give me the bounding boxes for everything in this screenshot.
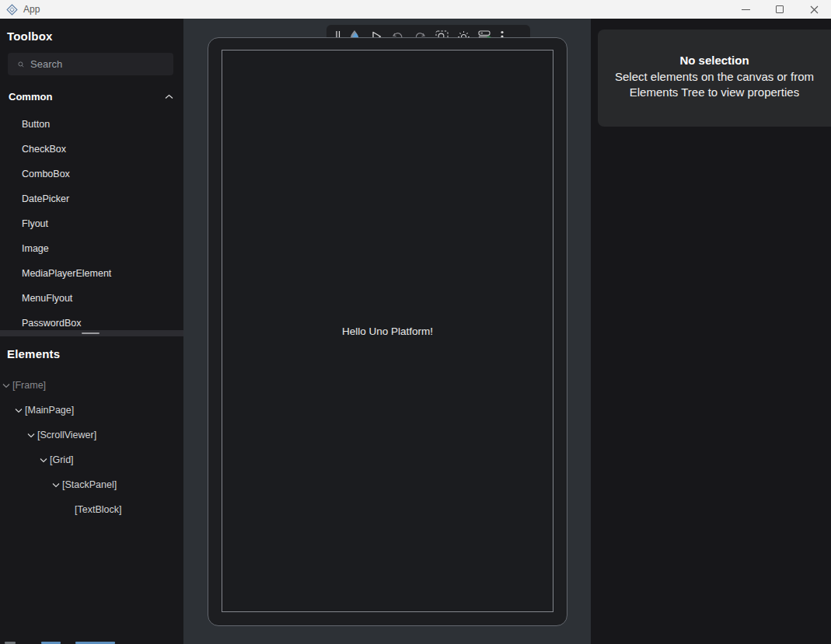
chevron-down-icon[interactable]: [37, 458, 50, 463]
toolbox-item-flyout[interactable]: Flyout: [0, 211, 183, 236]
search-input[interactable]: [24, 58, 173, 70]
device-screen[interactable]: Hello Uno Platform!: [222, 50, 553, 612]
toolbox-search: [8, 53, 173, 75]
tree-node-mainpage[interactable]: [MainPage]: [0, 398, 183, 423]
design-canvas[interactable]: Hello Uno Platform!: [183, 19, 591, 644]
window-title: App: [23, 4, 40, 15]
no-selection-card: No selection Select elements on the canv…: [598, 30, 831, 127]
toolbox-item-menuflyout[interactable]: MenuFlyout: [0, 286, 183, 311]
toolbox-title: Toolbox: [7, 30, 183, 43]
left-sidebar: Toolbox Common ButtonCheckBoxComboBoxDat…: [0, 19, 183, 644]
toolbox-item-mediaplayerelement[interactable]: MediaPlayerElement: [0, 261, 183, 286]
no-selection-title: No selection: [607, 54, 822, 67]
tree-node-label: [TextBlock]: [75, 504, 121, 515]
toolbox-item-list: ButtonCheckBoxComboBoxDatePickerFlyoutIm…: [0, 112, 183, 330]
tree-node-label: [Frame]: [12, 380, 46, 391]
tree-node-grid[interactable]: [Grid]: [0, 447, 183, 472]
toolbox-item-image[interactable]: Image: [0, 236, 183, 261]
elements-title: Elements: [7, 347, 183, 360]
chevron-up-icon: [165, 94, 173, 99]
chevron-down-icon[interactable]: [50, 482, 62, 488]
chevron-down-icon[interactable]: [12, 408, 25, 413]
toolbox-item-passwordbox[interactable]: PasswordBox: [0, 311, 183, 330]
close-icon: [810, 5, 819, 14]
tree-node-frame[interactable]: [Frame]: [0, 373, 183, 398]
maximize-icon: [776, 5, 784, 13]
no-selection-message-line2: Elements Tree to view properties: [607, 85, 822, 100]
tree-node-textblock[interactable]: [TextBlock]: [0, 497, 183, 522]
uno-platform-logo-icon: [6, 4, 18, 16]
tree-node-label: [Grid]: [50, 454, 74, 465]
chevron-down-icon[interactable]: [0, 383, 12, 388]
chevron-down-icon[interactable]: [25, 433, 37, 438]
toolbox-item-combobox[interactable]: ComboBox: [0, 162, 183, 186]
panel-splitter[interactable]: [0, 330, 183, 336]
minimize-icon: [742, 9, 750, 10]
tree-node-label: [StackPanel]: [62, 479, 117, 490]
tree-node-scrollviewer[interactable]: [ScrollViewer]: [0, 423, 183, 447]
maximize-button[interactable]: [763, 0, 797, 19]
toolbox-item-button[interactable]: Button: [0, 112, 183, 137]
toolbox-group-common[interactable]: Common: [9, 91, 173, 103]
device-frame: Hello Uno Platform!: [208, 37, 567, 626]
no-selection-message-line1: Select elements on the canvas or from: [607, 69, 822, 85]
tree-node-stackpanel[interactable]: [StackPanel]: [0, 472, 183, 497]
properties-panel: No selection Select elements on the canv…: [591, 19, 831, 644]
tree-node-label: [MainPage]: [25, 405, 74, 416]
toolbox-group-label: Common: [9, 91, 165, 103]
minimize-button[interactable]: [728, 0, 763, 19]
splitter-handle-icon: [82, 332, 100, 334]
toolbox-panel: Toolbox Common ButtonCheckBoxComboBoxDat…: [0, 19, 183, 330]
window-titlebar: App: [0, 0, 831, 19]
elements-tree: [Frame][MainPage][ScrollViewer][Grid][St…: [0, 373, 183, 522]
tree-node-label: [ScrollViewer]: [37, 430, 96, 440]
search-icon: [18, 59, 24, 70]
canvas-textblock[interactable]: Hello Uno Platform!: [342, 325, 433, 337]
toolbox-item-datepicker[interactable]: DatePicker: [0, 186, 183, 211]
elements-panel: Elements [Frame][MainPage][ScrollViewer]…: [0, 336, 183, 644]
close-button[interactable]: [797, 0, 831, 19]
toolbox-item-checkbox[interactable]: CheckBox: [0, 137, 183, 162]
clipped-bottom-content: [0, 641, 183, 644]
